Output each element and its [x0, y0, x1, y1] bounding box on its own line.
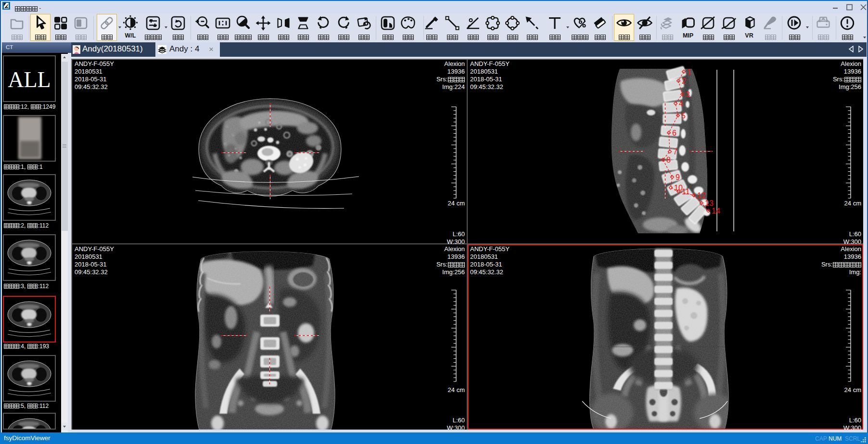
svg-text:13: 13: [705, 199, 714, 207]
svg-text:4: 4: [679, 100, 683, 108]
svg-text:14: 14: [712, 207, 720, 215]
svg-text:3: 3: [686, 90, 690, 99]
svg-text:8: 8: [666, 156, 671, 164]
svg-text:5: 5: [681, 112, 686, 120]
svg-text:12: 12: [697, 191, 706, 200]
svg-text:9: 9: [676, 173, 680, 181]
svg-text:11: 11: [682, 188, 690, 196]
svg-text:6: 6: [672, 129, 677, 137]
svg-text:1: 1: [687, 68, 691, 76]
svg-text:2: 2: [682, 77, 686, 85]
svg-text:7: 7: [673, 148, 677, 156]
